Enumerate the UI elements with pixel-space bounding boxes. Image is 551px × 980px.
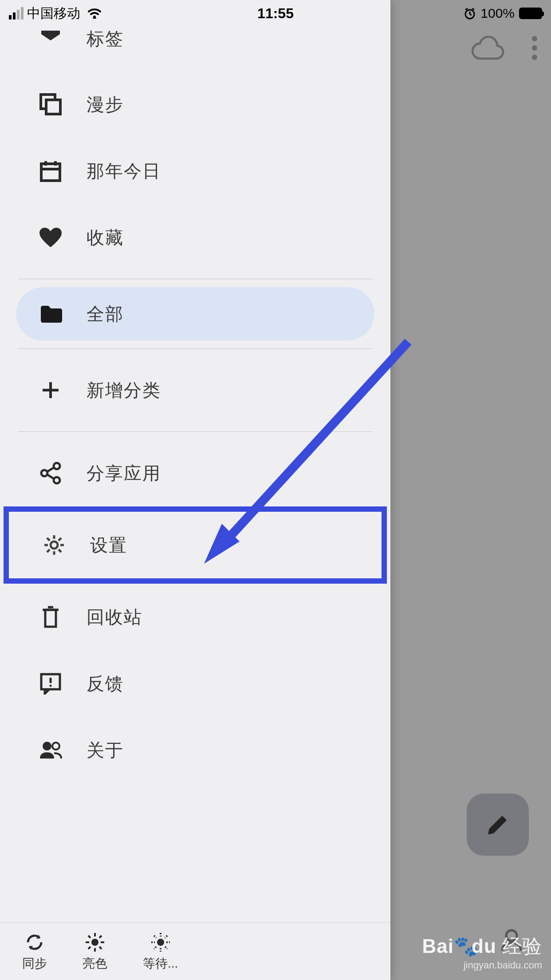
- svg-point-23: [50, 685, 52, 687]
- copy-icon: [38, 91, 63, 117]
- menu-item-favorite[interactable]: 收藏: [0, 204, 390, 271]
- status-bar: 中国移动 11:55 100%: [0, 0, 551, 27]
- svg-point-24: [43, 742, 51, 751]
- gear-icon: [41, 532, 67, 558]
- menu-item-thatday[interactable]: 那年今日: [0, 138, 390, 204]
- watermark: Bai🐾du 经验 jingyan.baidu.com: [422, 933, 542, 971]
- watermark-url: jingyan.baidu.com: [422, 960, 542, 971]
- menu-item-about[interactable]: 关于: [0, 717, 390, 783]
- watermark-left: Bai: [422, 935, 454, 957]
- svg-point-0: [532, 36, 537, 41]
- svg-line-31: [88, 936, 91, 938]
- carrier-label: 中国移动: [27, 4, 80, 23]
- svg-rect-6: [41, 164, 60, 181]
- menu-label: 那年今日: [87, 159, 161, 183]
- divider: [18, 431, 373, 432]
- sun-half-icon: [150, 931, 172, 953]
- bottom-theme-button[interactable]: 亮色: [83, 931, 107, 972]
- svg-point-26: [91, 939, 98, 946]
- feedback-icon: [38, 671, 63, 696]
- menu-item-feedback[interactable]: 反馈: [0, 650, 390, 717]
- folder-icon: [38, 301, 63, 327]
- svg-line-47: [470, 14, 472, 15]
- more-icon[interactable]: [531, 36, 538, 60]
- menu-label: 收藏: [87, 225, 124, 250]
- menu-item-share[interactable]: 分享应用: [0, 440, 390, 506]
- divider: [18, 279, 373, 279]
- svg-line-34: [88, 947, 91, 949]
- bottom-wait-button[interactable]: 等待...: [143, 931, 178, 972]
- tag-icon: [38, 27, 63, 52]
- menu-label: 分享应用: [87, 461, 161, 486]
- clock-label: 11:55: [257, 5, 294, 22]
- menu-item-recycle[interactable]: 回收站: [0, 584, 390, 650]
- menu-label: 漫步: [87, 92, 124, 117]
- menu-item-walk[interactable]: 漫步: [0, 71, 390, 138]
- calendar-icon: [38, 158, 63, 184]
- svg-line-32: [99, 947, 102, 949]
- bottom-label: 亮色: [83, 955, 107, 972]
- alarm-icon: [464, 7, 476, 20]
- pencil-icon: [484, 811, 511, 838]
- side-drawer: 标签 漫步 那年今日 收藏: [0, 0, 390, 980]
- sync-icon: [24, 931, 46, 953]
- watermark-right: 经验: [502, 935, 542, 957]
- svg-line-33: [99, 936, 102, 938]
- menu-label: 新增分类: [87, 378, 161, 403]
- people-icon: [38, 737, 63, 763]
- heart-icon: [38, 225, 63, 250]
- wifi-icon: [87, 8, 102, 19]
- menu-label: 反馈: [87, 672, 124, 696]
- menu-item-all[interactable]: 全部: [16, 287, 374, 340]
- menu-label: 标签: [87, 27, 124, 51]
- bottom-label: 同步: [22, 955, 47, 972]
- bottom-sync-button[interactable]: 同步: [22, 931, 47, 972]
- menu-label: 全部: [87, 302, 124, 326]
- share-icon: [38, 460, 63, 486]
- svg-line-43: [154, 947, 156, 949]
- menu-item-settings[interactable]: 设置: [9, 512, 382, 578]
- battery-pct-label: 100%: [480, 6, 515, 21]
- svg-rect-5: [46, 100, 60, 114]
- bottom-label: 等待...: [143, 955, 178, 972]
- menu-label: 回收站: [87, 605, 142, 629]
- menu-label: 设置: [90, 533, 127, 557]
- menu-label: 关于: [87, 738, 124, 763]
- watermark-mid: du: [472, 935, 496, 957]
- signal-icon: [9, 7, 24, 20]
- svg-point-25: [52, 743, 59, 750]
- svg-point-44: [93, 16, 96, 18]
- svg-rect-19: [45, 610, 56, 627]
- battery-icon: [519, 8, 542, 19]
- svg-line-41: [165, 947, 167, 949]
- sun-icon: [84, 931, 106, 953]
- fab-edit-button[interactable]: [467, 794, 529, 856]
- divider: [18, 348, 373, 349]
- plus-icon: [38, 377, 63, 403]
- cloud-icon[interactable]: [472, 36, 505, 60]
- svg-point-35: [157, 939, 164, 946]
- svg-line-42: [165, 936, 167, 938]
- svg-point-17: [51, 541, 58, 549]
- menu-item-add-category[interactable]: 新增分类: [0, 357, 390, 423]
- svg-line-49: [472, 8, 474, 10]
- menu-item-tags[interactable]: 标签: [0, 27, 390, 71]
- svg-line-15: [47, 467, 54, 472]
- svg-line-40: [154, 936, 156, 938]
- drawer-bottom-bar: 同步 亮色 等待...: [0, 922, 390, 980]
- svg-point-2: [532, 55, 537, 60]
- highlight-settings: 设置: [4, 506, 387, 584]
- trash-icon: [38, 604, 63, 630]
- svg-line-48: [465, 8, 468, 10]
- svg-line-16: [47, 474, 54, 479]
- svg-point-1: [532, 45, 537, 51]
